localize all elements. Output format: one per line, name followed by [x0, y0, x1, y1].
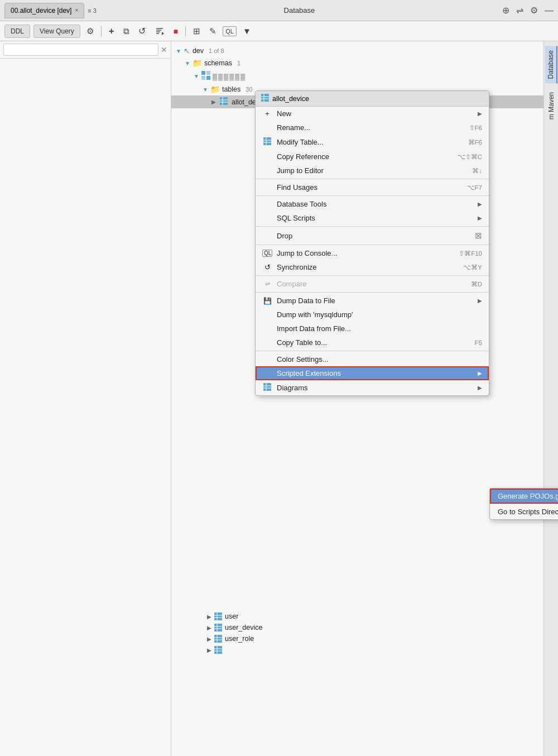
tab-close-icon[interactable]: ×	[75, 7, 78, 13]
user-device-table-icon	[214, 624, 222, 631]
ctx-find-usages-item[interactable]: Find Usages ⌥F7	[256, 180, 489, 194]
ctx-rename-item[interactable]: Rename... ⇧F6	[256, 121, 489, 135]
svg-rect-2	[206, 71, 210, 75]
maven-tab-label[interactable]: m Maven	[546, 88, 557, 124]
gear-button[interactable]: ⚙	[84, 25, 97, 37]
svg-rect-25	[214, 624, 222, 631]
ctx-sql-scripts-item[interactable]: SQL Scripts ▶	[256, 211, 489, 225]
ctx-import-item[interactable]: Import Data from File...	[256, 322, 489, 336]
ctx-new-item[interactable]: + New ▶	[256, 107, 489, 121]
minimize-icon[interactable]: —	[545, 6, 554, 16]
dev-count: 1 of 8	[209, 47, 224, 54]
ctx-drop-item[interactable]: Drop ⊠	[256, 228, 489, 243]
schemas-node[interactable]: ▼ 📁 schemas 1	[171, 57, 558, 69]
sql-button[interactable]: QL	[223, 26, 237, 36]
separator-1	[101, 26, 102, 36]
ctx-copy-ref-item[interactable]: Copy Reference ⌥⇧⌘C	[256, 150, 489, 164]
ctx-sep-1	[256, 179, 489, 179]
table-view-button[interactable]: ⊞	[190, 25, 203, 37]
user-role-table-label: user_role	[225, 635, 254, 643]
copy-table-shortcut: F5	[475, 339, 482, 346]
tab-allot-device[interactable]: 00.allot_device [dev] ×	[4, 3, 84, 18]
tables-arrow-icon: ▼	[203, 87, 208, 93]
modify-shortcut: ⌘F6	[468, 138, 482, 146]
modify-table-icon	[262, 137, 272, 147]
add-button[interactable]: +	[106, 25, 117, 38]
ctx-modify-table-item[interactable]: Modify Table... ⌘F6	[256, 135, 489, 150]
schema-node[interactable]: ▼ ▓▓▓▓▓▓	[171, 69, 558, 83]
user-table-label: user	[225, 613, 238, 620]
ctx-dump-mysql-label: Dump with 'mysqldump'	[277, 310, 353, 319]
arrow-user-role: ▶	[207, 636, 211, 642]
ctx-sep-2	[256, 195, 489, 196]
ctx-jump-editor-item[interactable]: Jump to Editor ⌘↓	[256, 164, 489, 178]
ctx-db-tools-label: Database Tools	[277, 200, 326, 208]
copy-button[interactable]: ⧉	[121, 25, 132, 37]
submenu-go-to-scripts-item[interactable]: Go to Scripts Directory	[490, 504, 558, 519]
script-icon	[155, 26, 165, 36]
sync-icon: ↺	[262, 263, 272, 271]
dump-data-arrow-icon: ▶	[478, 298, 482, 304]
view-query-button[interactable]: View Query	[33, 25, 80, 38]
svg-rect-13	[263, 137, 271, 145]
dev-label: dev	[193, 47, 204, 55]
right-sidebar: Database m Maven	[543, 41, 558, 756]
ctx-new-label: New	[277, 109, 291, 118]
ctx-dump-mysql-item[interactable]: Dump with 'mysqldump'	[256, 308, 489, 322]
stop-button[interactable]: ■	[171, 26, 181, 37]
ctx-color-settings-item[interactable]: Color Settings...	[256, 352, 489, 366]
tab-label: 00.allot_device [dev]	[11, 7, 71, 15]
ctx-compare-item[interactable]: ⇌ Compare ⌘D	[256, 277, 489, 291]
globe-icon[interactable]: ⊕	[502, 5, 509, 16]
diagrams-arrow-icon: ▶	[478, 385, 482, 391]
search-clear-icon[interactable]: ✕	[161, 45, 167, 54]
more-tables-row[interactable]: ▶	[171, 644, 543, 655]
tree-area	[0, 59, 171, 756]
db-dev-node[interactable]: ▼ ↖ dev 1 of 8	[171, 45, 558, 57]
more-table-icon	[214, 646, 222, 654]
edit-button[interactable]: ✎	[206, 25, 219, 37]
user-device-table-row[interactable]: ▶ user_device	[171, 622, 543, 633]
tab-list-btn[interactable]: ≡ 3	[88, 7, 97, 14]
jump-editor-shortcut: ⌘↓	[472, 167, 482, 175]
ctx-diagrams-label: Diagrams	[277, 384, 308, 392]
script-button[interactable]	[152, 25, 167, 37]
diagrams-icon	[262, 383, 272, 393]
sync-shortcut: ⌥⌘Y	[463, 264, 482, 271]
refresh-button[interactable]: ↺	[136, 25, 148, 37]
find-usages-shortcut: ⌥F7	[467, 184, 482, 192]
ctx-rename-label: Rename...	[277, 123, 310, 132]
distribute-icon[interactable]: ⇌	[516, 5, 523, 16]
tab-count: 3	[93, 7, 97, 14]
svg-rect-4	[206, 76, 210, 80]
arrow-user: ▶	[207, 614, 211, 620]
user-device-table-label: user_device	[225, 624, 262, 631]
ctx-sync-item[interactable]: ↺ Synchronize ⌥⌘Y	[256, 260, 489, 274]
table-list-bottom: ▶ user ▶ user_device	[171, 611, 543, 655]
generate-pojos-label: Generate POJOs.groovy	[498, 492, 558, 500]
ctx-diagrams-item[interactable]: Diagrams ▶	[256, 380, 489, 395]
ctx-sql-scripts-label: SQL Scripts	[277, 214, 315, 222]
svg-rect-17	[263, 383, 271, 391]
search-input[interactable]	[3, 44, 158, 56]
ctx-scripted-extensions-item[interactable]: Scripted Extensions ▶	[256, 366, 489, 380]
title-bar-right: ⊕ ⇌ ⚙ —	[502, 5, 554, 16]
ctx-sep-7	[256, 351, 489, 351]
submenu-generate-pojos-item[interactable]: Generate POJOs.groovy	[490, 489, 558, 504]
scripted-ext-arrow-icon: ▶	[478, 370, 482, 376]
new-arrow-icon: ▶	[478, 111, 482, 117]
schema-icon	[201, 71, 210, 82]
ctx-copy-table-item[interactable]: Copy Table to... F5	[256, 336, 489, 350]
ddl-button[interactable]: DDL	[4, 25, 30, 38]
ctx-db-tools-item[interactable]: Database Tools ▶	[256, 197, 489, 211]
user-role-table-row[interactable]: ▶ user_role	[171, 633, 543, 644]
ctx-jump-console-item[interactable]: QL Jump to Console... ⇧⌘F10	[256, 246, 489, 260]
user-role-table-icon	[214, 635, 222, 643]
settings-icon[interactable]: ⚙	[530, 5, 538, 16]
ctx-dump-data-item[interactable]: 💾 Dump Data to File ▶	[256, 294, 489, 308]
user-table-row[interactable]: ▶ user	[171, 611, 543, 622]
ctx-copy-table-label: Copy Table to...	[277, 338, 327, 347]
database-tab-label[interactable]: Database	[545, 46, 557, 83]
tables-label: tables	[222, 85, 240, 93]
filter-button[interactable]: ▼	[240, 25, 254, 37]
